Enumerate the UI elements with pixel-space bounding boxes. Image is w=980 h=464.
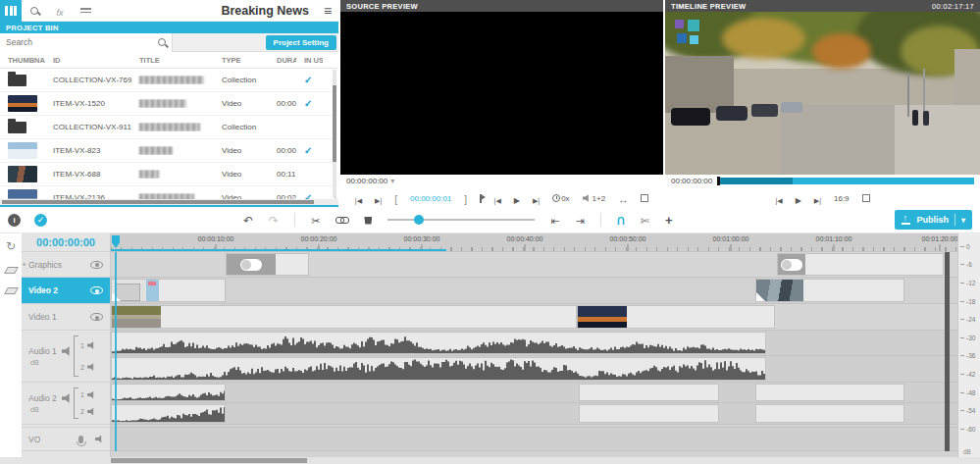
snap-magnet-icon[interactable] bbox=[617, 211, 625, 229]
scrub-playhead[interactable] bbox=[717, 177, 720, 185]
db-label[interactable]: dB bbox=[28, 359, 74, 366]
razor-icon[interactable] bbox=[641, 212, 649, 228]
project-setting-button[interactable]: Project Setting bbox=[266, 35, 336, 50]
playhead-line[interactable] bbox=[115, 252, 117, 451]
info-icon[interactable]: i bbox=[8, 214, 21, 227]
timeline-scrub-bar[interactable] bbox=[719, 178, 974, 184]
col-title[interactable]: TITLE bbox=[131, 56, 214, 65]
marker-flag-icon[interactable] bbox=[480, 194, 482, 203]
channel-speaker-icon[interactable] bbox=[87, 391, 95, 399]
source-preview-video[interactable] bbox=[340, 12, 663, 175]
audio-clip[interactable] bbox=[755, 384, 904, 401]
play-icon[interactable] bbox=[514, 190, 520, 206]
previous-frame-icon[interactable] bbox=[494, 190, 501, 206]
trash-icon[interactable] bbox=[364, 216, 372, 225]
link-icon[interactable] bbox=[335, 216, 348, 224]
fullscreen-icon[interactable] bbox=[862, 194, 870, 202]
col-in-use[interactable]: IN USE bbox=[296, 56, 323, 65]
visibility-eye-icon[interactable] bbox=[90, 313, 103, 321]
mark-in-icon[interactable] bbox=[394, 190, 397, 206]
goto-in-icon[interactable] bbox=[355, 190, 362, 206]
zoom-slider[interactable] bbox=[387, 219, 535, 221]
visibility-eye-icon[interactable] bbox=[90, 286, 103, 294]
track-header-graphics[interactable]: Graphics bbox=[22, 252, 110, 278]
playhead-marker[interactable] bbox=[112, 235, 120, 248]
audio-clip[interactable] bbox=[111, 332, 766, 354]
history-icon[interactable] bbox=[6, 237, 16, 253]
effects-tool-button[interactable] bbox=[47, 0, 73, 22]
col-type[interactable]: TYPE bbox=[214, 56, 269, 65]
play-icon[interactable] bbox=[796, 190, 801, 206]
table-row[interactable]: COLLECTION-VX-911 Collection bbox=[0, 116, 338, 139]
timeline-horizontal-scrollbar[interactable] bbox=[0, 457, 980, 464]
video-clip[interactable] bbox=[111, 279, 226, 302]
col-duration[interactable]: DURAT bbox=[269, 56, 296, 65]
audio-clip[interactable] bbox=[111, 404, 226, 423]
graphics-clip[interactable] bbox=[226, 253, 309, 276]
track-header-audio2[interactable]: Audio 2 dB 1 2 bbox=[22, 383, 110, 425]
chevron-down-icon[interactable] bbox=[390, 178, 394, 185]
mute-speaker-icon[interactable] bbox=[62, 346, 72, 356]
channel-speaker-icon[interactable] bbox=[87, 363, 95, 371]
source-timecode[interactable]: 00:00:00:00 bbox=[346, 177, 387, 185]
zoom-slider-knob[interactable] bbox=[414, 215, 424, 225]
channel-speaker-icon[interactable] bbox=[87, 341, 95, 349]
track-header-audio1[interactable]: Audio 1 dB 1 2 bbox=[22, 331, 110, 383]
track-header-video2[interactable]: Video 2 bbox=[22, 278, 110, 304]
menu-button[interactable] bbox=[317, 2, 338, 20]
settings-tool-button[interactable] bbox=[73, 0, 98, 22]
cut-icon[interactable] bbox=[311, 212, 320, 228]
overwrite-icon[interactable] bbox=[576, 212, 585, 228]
audio-clip[interactable] bbox=[111, 384, 226, 401]
audio-clip[interactable] bbox=[579, 384, 719, 401]
table-row[interactable]: COLLECTION-VX-769 Collection ✓ bbox=[0, 69, 338, 92]
remove-track-icon[interactable] bbox=[4, 287, 19, 294]
table-row[interactable]: ITEM-VX-1520 Video 00:00 ✓ bbox=[0, 92, 338, 116]
goto-out-icon[interactable] bbox=[375, 190, 382, 206]
timeline-preview-video[interactable] bbox=[665, 12, 980, 175]
microphone-icon[interactable] bbox=[78, 436, 83, 443]
pan-icon[interactable] bbox=[665, 212, 673, 228]
search-box[interactable] bbox=[0, 33, 173, 52]
playback-speed-button[interactable]: 0x bbox=[552, 194, 569, 203]
col-thumbnail[interactable]: THUMBNAIL bbox=[0, 56, 45, 65]
mark-out-icon[interactable] bbox=[464, 190, 467, 206]
sequence-end-marker[interactable] bbox=[945, 252, 950, 451]
aspect-ratio-label[interactable]: 16:9 bbox=[834, 194, 850, 203]
layout-grid-icon[interactable] bbox=[0, 0, 22, 22]
fullscreen-icon[interactable] bbox=[641, 194, 648, 202]
channel-speaker-icon[interactable] bbox=[87, 408, 95, 416]
swap-icon[interactable] bbox=[618, 190, 628, 206]
db-label[interactable]: dB bbox=[28, 406, 74, 413]
audio-clip[interactable] bbox=[111, 357, 766, 381]
publish-button[interactable]: Publish bbox=[895, 210, 972, 230]
bin-horizontal-scrollbar[interactable] bbox=[0, 199, 338, 205]
next-frame-icon[interactable] bbox=[814, 190, 821, 206]
table-row[interactable]: ITEM-VX-2136 Video 00:02 ✓ bbox=[0, 186, 338, 199]
audio-channels-button[interactable]: 1+2 bbox=[583, 194, 606, 203]
next-frame-icon[interactable] bbox=[533, 190, 540, 206]
redo-icon[interactable] bbox=[269, 212, 279, 228]
undo-icon[interactable] bbox=[243, 212, 253, 228]
graphics-clip[interactable] bbox=[777, 253, 944, 276]
video-clip[interactable] bbox=[577, 305, 775, 329]
col-id[interactable]: ID bbox=[45, 56, 131, 65]
approve-check-icon[interactable]: ✓ bbox=[34, 214, 47, 227]
audio-clip[interactable] bbox=[755, 404, 904, 423]
add-track-icon[interactable] bbox=[4, 267, 19, 274]
insert-icon[interactable] bbox=[550, 212, 559, 228]
video-clip[interactable] bbox=[755, 279, 904, 302]
previous-frame-icon[interactable] bbox=[775, 190, 782, 206]
search-tool-button[interactable] bbox=[22, 0, 47, 22]
audio-clip[interactable] bbox=[579, 404, 719, 423]
track-header-video1[interactable]: Video 1 bbox=[22, 304, 110, 331]
bin-vertical-scrollbar[interactable] bbox=[333, 70, 336, 197]
table-row[interactable]: ITEM-VX-823 Video 00:00 ✓ bbox=[0, 139, 338, 163]
visibility-eye-icon[interactable] bbox=[90, 261, 103, 269]
table-row[interactable]: ITEM-VX-688 Video 00:11 bbox=[0, 163, 338, 186]
mute-speaker-icon[interactable] bbox=[62, 393, 72, 403]
mute-speaker-icon[interactable] bbox=[95, 436, 103, 443]
search-input[interactable] bbox=[6, 37, 158, 47]
publish-dropdown-icon[interactable] bbox=[961, 216, 965, 225]
track-header-vo[interactable]: VO bbox=[22, 427, 110, 451]
